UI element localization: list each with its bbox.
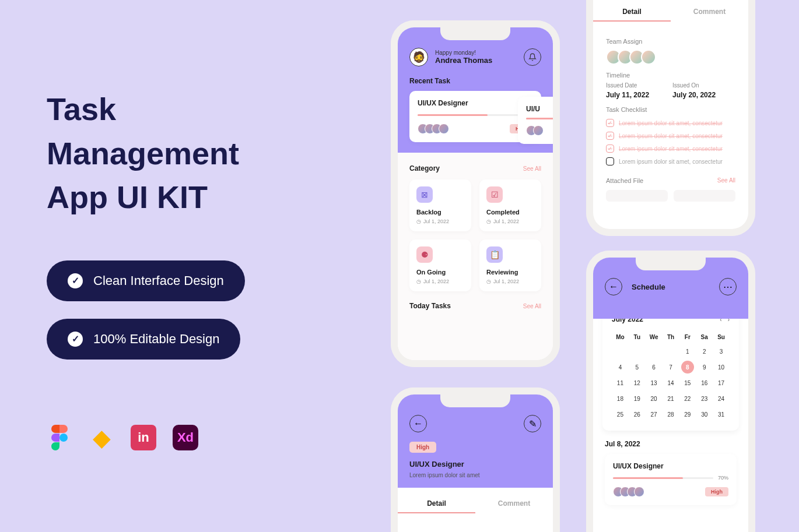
cal-day[interactable]: 12	[629, 376, 646, 390]
cal-day[interactable]: 21	[663, 392, 679, 406]
category-ongoing[interactable]: ⚈ On Going ◷Jul 1, 2022	[409, 239, 471, 291]
check-icon: ✓	[68, 273, 83, 288]
checklist-label: Task Checklist	[606, 106, 735, 113]
phone-home: 🧔 Happy monday! Andrea Thomas Recent Tas…	[391, 20, 560, 367]
see-all-link[interactable]: See All	[523, 165, 541, 172]
schedule-title: Schedule	[632, 283, 665, 291]
cal-day[interactable]: 18	[612, 392, 629, 406]
category-backlog[interactable]: ⊠ Backlog ◷Jul 1, 2022	[409, 179, 471, 231]
task-progress-bar	[613, 477, 713, 479]
issued-on-label: Issued On	[672, 82, 716, 89]
attachment-placeholder	[606, 190, 668, 202]
edit-button[interactable]: ✎	[524, 415, 541, 432]
figma-icon	[47, 425, 72, 450]
checkbox-icon	[606, 157, 614, 165]
promo-panel: Task Management App UI KIT ✓ Clean Inter…	[0, 0, 332, 532]
cal-day	[663, 345, 679, 358]
username-text: Andrea Thomas	[435, 56, 492, 65]
team-assign-label: Team Assign	[606, 38, 735, 45]
cal-dow: Mo	[612, 332, 629, 343]
recent-task-label: Recent Task	[409, 77, 541, 85]
task-assignees	[613, 487, 644, 497]
issued-date-value: July 11, 2022	[606, 91, 649, 99]
see-all-link[interactable]: See All	[523, 303, 541, 309]
tab-detail[interactable]: Detail	[398, 494, 475, 513]
cal-day[interactable]: 7	[663, 361, 679, 374]
cal-day[interactable]: 27	[646, 408, 663, 421]
cal-dow: Tu	[629, 332, 646, 343]
recent-task-card-peek[interactable]: UI/U	[518, 97, 553, 144]
task-progress-bar	[418, 114, 518, 116]
checklist-item[interactable]: ✓Lorem ipsum dolor sit amet, consectetur	[606, 119, 735, 127]
promo-title: Task Management App UI KIT	[47, 87, 286, 220]
cal-dow: Su	[713, 332, 730, 343]
cal-day[interactable]: 25	[612, 408, 629, 421]
cal-day[interactable]: 24	[713, 392, 730, 406]
issued-date-label: Issued Date	[606, 82, 649, 89]
cal-dow: Sa	[696, 332, 713, 343]
cal-day	[646, 345, 663, 358]
category-label: Category	[409, 164, 440, 172]
cal-day[interactable]: 2	[696, 345, 713, 358]
cal-day[interactable]: 14	[663, 376, 679, 390]
invision-icon: in	[131, 425, 156, 450]
see-all-link[interactable]: See All	[717, 177, 735, 184]
cal-day[interactable]: 1	[679, 345, 696, 358]
cal-dow: We	[646, 332, 663, 343]
task-title: UI/UX Designer	[613, 462, 728, 470]
back-button[interactable]: ←	[605, 278, 622, 295]
cal-day[interactable]: 31	[713, 408, 730, 421]
cal-dow: Th	[663, 332, 679, 343]
category-reviewing[interactable]: 📋 Reviewing ◷Jul 1, 2022	[479, 239, 541, 291]
checklist-item[interactable]: ✓Lorem ipsum dolor sit amet, consectetur	[606, 132, 735, 140]
cal-day[interactable]: 30	[696, 408, 713, 421]
timeline-label: Timeline	[606, 72, 735, 79]
cal-day[interactable]: 11	[612, 376, 629, 390]
cal-day[interactable]: 17	[713, 376, 730, 390]
clock-icon: ◷	[416, 219, 421, 224]
clock-icon: ◷	[486, 219, 491, 224]
feature-pill: ✓ 100% Editable Design	[47, 319, 240, 360]
check-square-icon: ☑	[486, 186, 503, 203]
svg-point-0	[59, 434, 68, 442]
cal-day[interactable]: 13	[646, 376, 663, 390]
team-avatars	[606, 50, 735, 65]
cal-day[interactable]: 5	[629, 361, 646, 374]
clock-icon: ◷	[486, 279, 491, 284]
cal-day[interactable]: 26	[629, 408, 646, 421]
cal-day[interactable]: 29	[679, 408, 696, 421]
back-button[interactable]: ←	[409, 415, 427, 432]
schedule-task-card[interactable]: UI/UX Designer 70% High	[605, 454, 737, 505]
cal-day[interactable]: 8	[681, 361, 694, 374]
user-avatar[interactable]: 🧔	[409, 48, 428, 66]
phone-schedule: ← Schedule ⋯ July 2022 ‹ › MoTuWeThFrSaS…	[586, 251, 755, 532]
cal-day[interactable]: 23	[696, 392, 713, 406]
notification-button[interactable]	[524, 48, 541, 66]
cal-day[interactable]: 6	[646, 361, 663, 374]
cal-day[interactable]: 20	[646, 392, 663, 406]
tab-comment[interactable]: Comment	[475, 494, 553, 513]
task-title: UI/UX Designer	[409, 460, 541, 468]
tab-detail[interactable]: Detail	[593, 2, 671, 22]
feature-pill: ✓ Clean Interface Design	[47, 260, 245, 301]
cal-day[interactable]: 3	[713, 345, 730, 358]
attachment-placeholder	[674, 190, 735, 202]
checklist-item[interactable]: ✓Lorem ipsum dolor sit amet, consectetur	[606, 145, 735, 153]
more-button[interactable]: ⋯	[719, 278, 737, 295]
cal-day[interactable]: 9	[696, 361, 713, 374]
attached-file-label: Attached File	[606, 177, 643, 184]
tab-comment[interactable]: Comment	[671, 2, 748, 22]
cal-day[interactable]: 16	[696, 376, 713, 390]
priority-badge: High	[409, 442, 436, 453]
cal-day[interactable]: 10	[713, 361, 730, 374]
cal-day[interactable]: 4	[612, 361, 629, 374]
checklist-item[interactable]: Lorem ipsum dolor sit amet, consectetur	[606, 157, 735, 165]
category-completed[interactable]: ☑ Completed ◷Jul 1, 2022	[479, 179, 541, 231]
cal-day[interactable]: 15	[679, 376, 696, 390]
cal-day[interactable]: 28	[663, 408, 679, 421]
cal-day[interactable]: 19	[629, 392, 646, 406]
selected-date: Jul 8, 2022	[605, 440, 737, 448]
cal-day[interactable]: 22	[679, 392, 696, 406]
checkbox-icon: ✓	[606, 132, 614, 140]
bell-icon	[528, 53, 537, 61]
